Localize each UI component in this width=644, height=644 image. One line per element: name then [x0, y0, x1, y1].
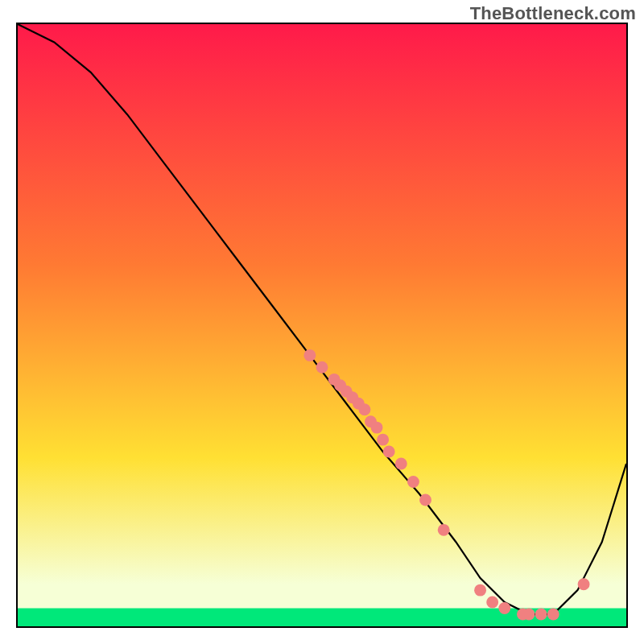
data-marker	[383, 446, 395, 458]
data-marker	[419, 493, 431, 506]
data-marker	[474, 584, 486, 597]
data-marker	[535, 609, 547, 621]
data-marker	[377, 434, 389, 446]
data-marker	[578, 578, 590, 590]
gradient-background	[18, 24, 626, 626]
data-marker	[303, 349, 316, 361]
green-band	[18, 609, 626, 626]
data-marker	[371, 422, 383, 434]
chart-svg	[18, 24, 626, 626]
data-marker	[395, 458, 407, 470]
data-marker	[523, 609, 535, 621]
data-marker	[407, 476, 419, 488]
data-marker	[498, 602, 510, 614]
data-marker	[547, 609, 559, 621]
data-marker	[358, 403, 370, 415]
data-marker	[316, 361, 328, 374]
chart-frame: TheBottleneck.com	[0, 0, 644, 644]
data-marker	[486, 597, 498, 609]
data-marker	[438, 524, 450, 536]
attribution-label: TheBottleneck.com	[470, 3, 636, 24]
plot-area	[16, 23, 628, 628]
